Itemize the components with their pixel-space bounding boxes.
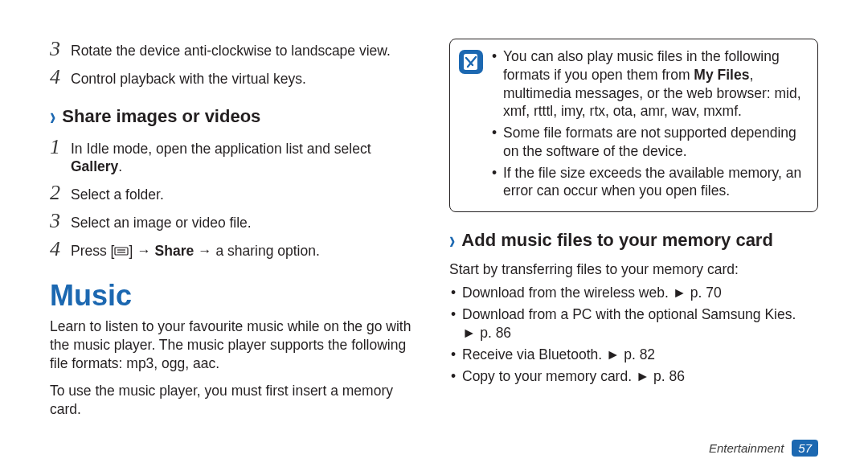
step-text: Select an image or video file. [71,211,252,232]
list-item: Download from a PC with the optional Sam… [449,305,818,342]
step-item: 2 Select a folder. [50,182,419,204]
step-text: Press [ ] → Share → a sharing option. [71,239,320,260]
list-item: Download from the wireless web. ► p. 70 [449,284,818,302]
page-content: 3 Rotate the device anti-clockwise to la… [0,0,868,451]
list-item: Receive via Bluetooth. ► p. 82 [449,346,818,364]
heading-music: Music [50,279,419,313]
step-item: 4 Press [ ] → Share → a sharing option. [50,239,419,260]
step-text: Rotate the device anti-clockwise to land… [71,39,391,60]
note-list: You can also play music files in the fol… [492,47,808,203]
step-number: 3 [50,39,71,59]
step-number: 3 [50,211,71,231]
page-number-badge: 57 [792,440,818,457]
chevron-icon: › [50,101,55,130]
paragraph: To use the music player, you must first … [50,382,419,419]
page-reference: ► p. 82 [606,346,655,362]
page-footer: Entertainment 57 [709,440,818,457]
intro-text: Start by transferring files to your memo… [449,260,818,279]
left-column: 3 Rotate the device anti-clockwise to la… [50,39,419,427]
step-text: Control playback with the virtual keys. [71,67,306,88]
step-text: In Idle mode, open the application list … [71,137,419,177]
note-icon [458,49,484,75]
chevron-icon: › [449,226,455,255]
step-number: 1 [50,137,71,158]
note-item: Some file formats are not supported depe… [492,124,808,161]
subheading-add-music: › Add music files to your memory card [449,230,818,251]
svg-rect-0 [115,248,128,255]
note-item: If the file size exceeds the available m… [492,164,808,201]
list-item: Copy to your memory card. ► p. 86 [449,367,818,386]
subheading-text: Share images or videos [62,106,260,127]
step-item: 3 Select an image or video file. [50,211,419,232]
page-reference: ► p. 86 [636,368,685,384]
step-item: 1 In Idle mode, open the application lis… [50,137,419,177]
step-item: 4 Control playback with the virtual keys… [50,67,419,88]
footer-section: Entertainment [709,441,784,455]
step-number: 2 [50,182,71,203]
step-number: 4 [50,239,71,260]
subheading-text: Add music files to your memory card [461,230,773,251]
subheading-share: › Share images or videos [50,106,419,127]
step-number: 4 [50,67,71,88]
menu-key-icon [114,247,129,256]
step-item: 3 Rotate the device anti-clockwise to la… [50,39,419,60]
page-reference: ► p. 86 [462,325,511,341]
step-text: Select a folder. [71,182,164,204]
right-column: You can also play music files in the fol… [449,39,818,427]
note-box: You can also play music files in the fol… [449,39,818,212]
note-item: You can also play music files in the fol… [492,47,808,121]
bullet-list: Download from the wireless web. ► p. 70 … [449,284,818,386]
page-reference: ► p. 70 [673,285,722,301]
paragraph: Learn to listen to your favourite music … [50,317,419,373]
